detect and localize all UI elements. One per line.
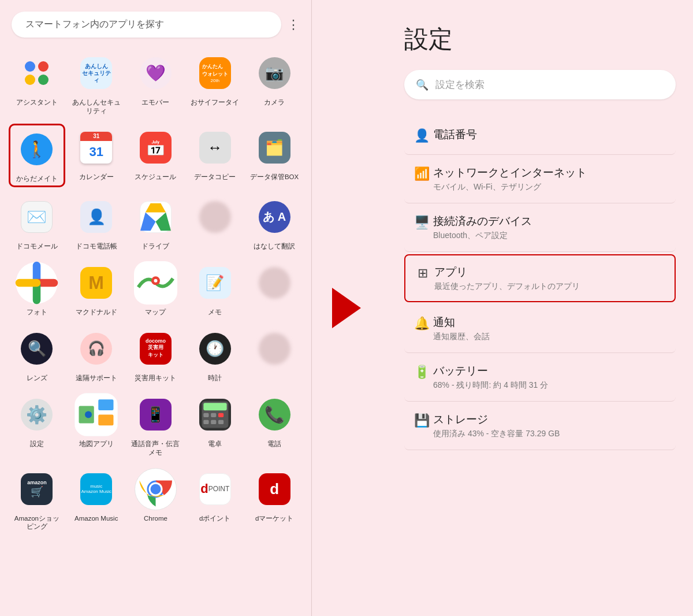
settings-list: 👤 電話番号 📶 ネットワークとインターネット モバイル、Wi-Fi、テザリング… (404, 117, 676, 450)
app-item-docotel[interactable]: 👤 ドコモ電話帳 (68, 193, 125, 253)
app-icon-hanashite: あ A (253, 195, 296, 239)
app-item-maps[interactable]: マップ (128, 259, 184, 319)
svg-rect-10 (98, 399, 113, 410)
app-item-lens[interactable]: 🔍 レンズ (9, 325, 65, 385)
app-item-chrome[interactable]: Chrome (128, 465, 184, 534)
app-search-bar[interactable]: スマートフォン内のアプリを探す (12, 12, 281, 38)
settings-item-battery[interactable]: 🔋 バッテリー 68% - 残り時間: 約 4 時間 31 分 (404, 353, 676, 402)
app-item-dmarket[interactable]: d dマーケット (246, 465, 303, 534)
app-icon-camera: 📷 (253, 51, 296, 95)
settings-panel: 設定 🔍 設定を検索 👤 電話番号 📶 ネットワークとインターネット モバイル、… (381, 0, 693, 616)
settings-item-apps[interactable]: ⊞ アプリ 最近使ったアプリ、デフォルトのアプリ (404, 254, 676, 302)
app-item-phone[interactable]: 📞 電話 (246, 391, 303, 459)
settings-subtitle-apps: 最近使ったアプリ、デフォルトのアプリ (434, 281, 669, 292)
app-label-karada: からだメイト (16, 175, 58, 183)
svg-rect-19 (211, 420, 216, 424)
app-label-camera: カメラ (264, 98, 285, 107)
settings-item-devices[interactable]: 🖥️ 接続済みのデバイス Bluetooth、ペア設定 (404, 203, 676, 252)
app-icon-maps (134, 261, 177, 305)
app-item-settings[interactable]: ⚙️ 設定 (9, 391, 65, 459)
svg-marker-1 (140, 212, 156, 231)
app-item-assistant[interactable]: アシスタント (9, 49, 65, 118)
app-item-dentaku[interactable]: 電卓 (187, 391, 243, 459)
app-label-chrome: Chrome (144, 514, 167, 523)
app-item-memo[interactable]: 📝 メモ (187, 259, 243, 319)
svg-rect-20 (218, 420, 223, 424)
app-icon-amazonmusic: music Amazon Music (74, 467, 118, 511)
app-item-schedule[interactable]: 📅 スケジュール (128, 124, 184, 187)
svg-marker-2 (155, 212, 171, 231)
app-label-calendar: カレンダー (79, 173, 114, 181)
app-label-lens: レンズ (27, 374, 47, 383)
app-item-osaifu[interactable]: かんたんウォレット 20th おサイフータイ (187, 49, 243, 118)
app-label-drive: ドライブ (141, 242, 169, 251)
more-options-icon[interactable]: ⋮ (287, 17, 300, 32)
app-item-datacopy[interactable]: ↔️ データコピー (187, 124, 243, 187)
app-item-amazon[interactable]: amazon 🛒 Amazonショッピング (9, 465, 65, 534)
app-item-blurred1[interactable] (187, 193, 243, 253)
arrow-right-icon (332, 288, 361, 328)
app-item-clock[interactable]: 🕐 時計 (187, 325, 243, 385)
app-item-hanashite[interactable]: あ A はなして翻訳 (246, 193, 303, 253)
app-item-emover[interactable]: 💜 エモバー (128, 49, 184, 118)
app-label-dpoint: dポイント (199, 514, 230, 523)
app-icon-emover: 💜 (134, 51, 177, 95)
svg-rect-11 (98, 414, 113, 425)
app-item-chizuapp[interactable]: 地図アプリ (68, 391, 125, 459)
settings-title: 設定 (404, 23, 676, 55)
app-item-foto[interactable]: フォト (9, 259, 65, 319)
app-icon-foto (15, 261, 58, 305)
svg-rect-17 (218, 413, 223, 417)
app-label-emover: エモバー (141, 98, 169, 107)
divider-section (312, 0, 381, 616)
settings-item-notifications[interactable]: 🔔 通知 通知履歴、会話 (404, 305, 676, 353)
app-icon-saigai: docomo災害用キット (134, 327, 177, 370)
settings-item-phone[interactable]: 👤 電話番号 (404, 117, 676, 155)
app-icon-databox: 🗂️ (253, 126, 296, 169)
settings-item-network[interactable]: 📶 ネットワークとインターネット モバイル、Wi-Fi、テザリング (404, 155, 676, 203)
settings-search-placeholder: 設定を検索 (435, 78, 485, 91)
app-item-mcd[interactable]: M マクドナルド (68, 259, 125, 319)
app-item-blurred3[interactable] (246, 325, 303, 385)
settings-subtitle-storage: 使用済み 43% - 空き容量 73.29 GB (433, 429, 670, 439)
svg-marker-3 (146, 203, 166, 213)
settings-title-storage: ストレージ (433, 412, 670, 427)
settings-icon-network: 📶 (410, 166, 433, 181)
settings-title-phone: 電話番号 (433, 127, 670, 142)
app-item-docomail[interactable]: ✉️ ドコモメール (9, 193, 65, 253)
app-item-dpoint[interactable]: d POINT dポイント (187, 465, 243, 534)
settings-item-storage[interactable]: 💾 ストレージ 使用済み 43% - 空き容量 73.29 GB (404, 402, 676, 450)
search-icon: 🔍 (416, 79, 429, 91)
svg-point-12 (85, 411, 92, 418)
app-icon-phone: 📞 (253, 393, 296, 436)
app-item-blurred2[interactable] (246, 259, 303, 319)
app-icon-tsuwaden: 📱 (134, 393, 177, 436)
app-label-datacopy: データコピー (194, 173, 236, 181)
settings-search-bar[interactable]: 🔍 設定を検索 (404, 70, 676, 99)
app-label-osaifu: おサイフータイ (191, 98, 239, 107)
app-icon-docotel: 👤 (74, 195, 118, 239)
app-item-saigai[interactable]: docomo災害用キット 災害用キット (128, 325, 184, 385)
app-icon-blurred3 (253, 327, 296, 370)
app-item-tsuwaden[interactable]: 📱 通話音声・伝言メモ (128, 391, 184, 459)
app-icon-assistant (15, 51, 58, 95)
app-icon-docomail: ✉️ (15, 195, 58, 239)
app-item-enkaku[interactable]: 🎧 遠隔サポート (68, 325, 125, 385)
app-item-camera[interactable]: 📷 カメラ (246, 49, 303, 118)
app-item-drive[interactable]: ドライブ (128, 193, 184, 253)
app-label-chizuapp: 地図アプリ (79, 440, 114, 448)
app-icon-clock: 🕐 (193, 327, 237, 370)
svg-rect-16 (211, 413, 216, 417)
app-icon-karada: 🚶 (15, 128, 58, 171)
app-label-enkaku: 遠隔サポート (76, 374, 117, 383)
app-label-assistant: アシスタント (16, 98, 58, 107)
app-item-karada[interactable]: 🚶 からだメイト (9, 124, 65, 187)
app-item-amazonmusic[interactable]: music Amazon Music Amazon Music (68, 465, 125, 534)
app-item-calendar[interactable]: 31 31 カレンダー (68, 124, 125, 187)
app-label-dentaku: 電卓 (208, 440, 222, 448)
app-icon-dmarket: d (253, 467, 296, 511)
settings-icon-devices: 🖥️ (410, 215, 433, 230)
svg-rect-14 (203, 403, 226, 410)
app-item-anshin[interactable]: あんしんセキュリティ あんしんセキュリティ (68, 49, 125, 118)
app-item-databox[interactable]: 🗂️ データ保管BOX (246, 124, 303, 187)
